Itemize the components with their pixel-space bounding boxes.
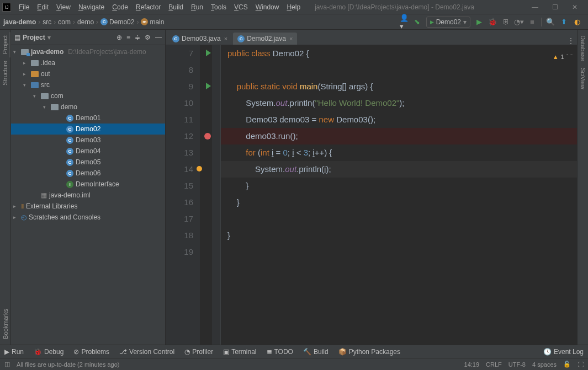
minimize-button[interactable]: — [528, 3, 542, 11]
crumb-project[interactable]: java-demo [3, 18, 36, 26]
breakpoint-icon[interactable] [204, 133, 211, 140]
code-line-9[interactable]: public static void main(String[] args) { [221, 78, 577, 95]
code-line-15[interactable]: } [221, 178, 577, 194]
crumb-src[interactable]: src [43, 18, 51, 26]
menu-refactor[interactable]: Refactor [133, 2, 164, 12]
file-encoding[interactable]: UTF-8 [508, 361, 526, 368]
menu-navigate[interactable]: Navigate [75, 2, 108, 12]
tool-window-version-control[interactable]: ⎇Version Control [119, 348, 174, 356]
tabs-more-icon[interactable]: ⋮ [568, 37, 575, 45]
code-line-17[interactable] [221, 211, 577, 227]
inspection-widget[interactable]: ▲ 1 ˆˇ [553, 49, 573, 65]
menu-vcs[interactable]: VCS [231, 2, 251, 12]
debug-button[interactable]: 🐞 [488, 18, 497, 26]
crumb-class[interactable]: CDemo02 [100, 18, 134, 26]
editor-tab-demo02-java[interactable]: CDemo02.java× [233, 33, 297, 45]
expand-all-icon[interactable]: ≡ [126, 34, 130, 41]
close-tab-icon[interactable]: × [224, 35, 227, 42]
menu-edit[interactable]: Edit [34, 2, 52, 12]
code-line-16[interactable]: } [221, 194, 577, 211]
crumb-com[interactable]: com [58, 18, 71, 26]
menu-window[interactable]: Window [252, 2, 283, 12]
project-tree[interactable]: ▾java-demoD:\IdeaProjects\java-demo ▸.id… [11, 45, 165, 345]
tree-file-demo06[interactable]: CDemo06 [11, 168, 165, 179]
line-separator[interactable]: CRLF [486, 361, 502, 368]
code-line-8[interactable] [221, 62, 577, 78]
stop-button[interactable]: ■ [528, 18, 537, 26]
menu-build[interactable]: Build [165, 2, 187, 12]
close-button[interactable]: ✕ [568, 3, 581, 11]
tool-window-debug[interactable]: 🐞Debug [34, 348, 63, 356]
tree-idea[interactable]: ▸.idea [11, 57, 165, 68]
code-line-14[interactable]: System.out.println(i); [221, 161, 577, 178]
tree-file-demo01[interactable]: CDemo01 [11, 112, 165, 124]
menu-run[interactable]: Run [188, 2, 206, 12]
tree-demo[interactable]: ▾demo [11, 101, 165, 112]
tool-window-python-packages[interactable]: 📦Python Packages [338, 348, 400, 356]
crumb-demo[interactable]: demo [77, 18, 94, 26]
indent-setting[interactable]: 4 spaces [532, 361, 557, 368]
tool-window-problems[interactable]: ⊘Problems [73, 348, 109, 356]
project-panel-title[interactable]: Project [23, 34, 45, 41]
menu-code[interactable]: Code [109, 2, 131, 12]
run-gutter-icon[interactable] [206, 50, 211, 56]
tool-tab-sciview[interactable]: SciView [579, 65, 587, 93]
tool-tab-database[interactable]: Database [579, 32, 587, 65]
caret-position[interactable]: 14:19 [464, 361, 480, 368]
memory-indicator-icon[interactable]: ⛶ [578, 361, 584, 368]
tree-file-demo05[interactable]: CDemo05 [11, 157, 165, 168]
intention-bulb-icon[interactable] [197, 166, 202, 171]
menu-view[interactable]: View [53, 2, 74, 12]
settings-icon[interactable]: ⚙ [145, 34, 151, 41]
sync-icon[interactable]: ⬆ [559, 18, 568, 26]
code-line-13[interactable]: for (int i = 0; i < 3; i++) { [221, 144, 577, 161]
tree-file-demo03[interactable]: CDemo03 [11, 135, 165, 146]
hide-icon[interactable]: — [155, 34, 162, 41]
tree-file-demo02[interactable]: CDemo02 [11, 124, 165, 135]
code-editor[interactable]: 78910111213141516171819 public class Dem… [166, 45, 577, 345]
menu-help[interactable]: Help [283, 2, 304, 12]
select-opened-file-icon[interactable]: ⊕ [116, 34, 122, 41]
code-line-7[interactable]: public class Demo02 { [221, 45, 577, 62]
code-line-18[interactable]: } [221, 227, 577, 244]
fold-column[interactable] [212, 45, 221, 345]
code-line-10[interactable]: System.out.println("Hello World! Demo02"… [221, 95, 577, 111]
build-icon[interactable]: ⬊ [413, 18, 422, 26]
code-line-12[interactable]: demo03.run(); [221, 128, 577, 144]
tool-tab-structure[interactable]: Structure [1, 57, 9, 89]
add-user-icon[interactable]: 👤▾ [400, 18, 409, 26]
crumb-method[interactable]: mmain [141, 18, 164, 26]
tree-external-libraries[interactable]: ▸⫴External Libraries [11, 201, 165, 212]
maximize-button[interactable]: ☐ [548, 3, 561, 11]
ide-settings-icon[interactable]: ◐ [573, 18, 581, 26]
code-line-19[interactable] [221, 244, 577, 260]
tool-tab-bookmarks[interactable]: Bookmarks [1, 305, 10, 342]
tool-window-profiler[interactable]: ◔Profiler [184, 348, 213, 356]
tool-window-terminal[interactable]: ▣Terminal [223, 348, 256, 356]
tree-com[interactable]: ▾com [11, 90, 165, 101]
tree-scratches[interactable]: ▸◴Scratches and Consoles [11, 212, 165, 223]
menu-tools[interactable]: Tools [208, 2, 230, 12]
tree-iml[interactable]: ▦java-demo.iml [11, 190, 165, 201]
collapse-all-icon[interactable]: ≑ [135, 34, 140, 41]
run-config-selector[interactable]: ▶ Demo02 ▾ [426, 17, 470, 28]
run-button[interactable]: ▶ [475, 18, 484, 26]
tool-tab-project[interactable]: Project [1, 32, 10, 57]
tree-src[interactable]: ▾src [11, 79, 165, 90]
event-log-button[interactable]: 🕓Event Log [543, 348, 584, 356]
tool-window-build[interactable]: 🔨Build [303, 348, 329, 356]
tree-file-demo04[interactable]: CDemo04 [11, 146, 165, 157]
run-gutter-icon[interactable] [206, 83, 211, 89]
profiler-button[interactable]: ◔▾ [515, 18, 523, 26]
tree-root[interactable]: ▾java-demoD:\IdeaProjects\java-demo [11, 46, 165, 57]
tree-file-demointerface[interactable]: IDemoInterface [11, 179, 165, 190]
readonly-lock-icon[interactable]: 🔓 [563, 361, 571, 368]
editor-tab-demo03-java[interactable]: CDemo03.java× [168, 33, 232, 45]
tree-out[interactable]: ▸out [11, 68, 165, 79]
close-tab-icon[interactable]: × [289, 35, 293, 42]
coverage-button[interactable]: ⛨ [501, 18, 510, 26]
search-everywhere-icon[interactable]: 🔍 [546, 18, 555, 26]
status-indicator-icon[interactable]: ◫ [4, 361, 10, 368]
menu-file[interactable]: File [15, 2, 33, 12]
code-line-11[interactable]: Demo03 demo03 = new Demo03(); [221, 111, 577, 128]
